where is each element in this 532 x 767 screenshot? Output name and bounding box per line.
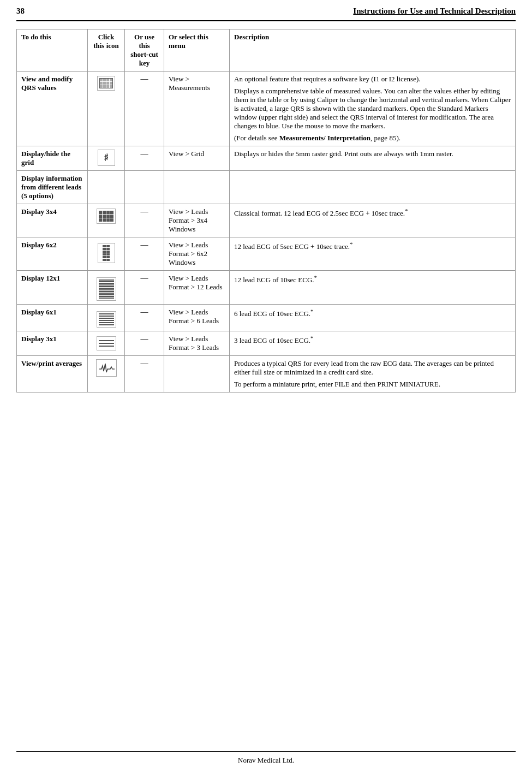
- row-icon-leads-info: [88, 171, 125, 204]
- table-row: Display 3x1 — View > Leads Format > 3 Le…: [17, 331, 516, 356]
- 6x1-lines: [99, 313, 114, 325]
- table-row: Display 3x4 — View > Leads Format > 3x4 …: [17, 204, 516, 237]
- 3x4-icon: [97, 209, 116, 224]
- main-table: To do this Click this icon Or use this s…: [16, 29, 516, 393]
- row-shortcut-grid: —: [125, 146, 164, 171]
- 3x1-icon: [97, 336, 116, 350]
- table-header-row: To do this Click this icon Or use this s…: [17, 29, 516, 72]
- table-row: Display/hide the grid ♯ — View > Grid Di…: [17, 146, 516, 171]
- row-icon-3x4: [88, 204, 125, 237]
- row-desc-12x1: 12 lead ECG of 10sec ECG.*: [230, 271, 516, 305]
- row-menu-view-qrs: View > Measurements: [164, 72, 230, 146]
- row-desc-6x1: 6 lead ECG of 10sec ECG.*: [230, 305, 516, 331]
- col-header-shortcut: Or use this short-cut key: [125, 29, 164, 72]
- table-icon: [97, 76, 115, 91]
- col-header-todo: To do this: [17, 29, 88, 72]
- row-shortcut-averages: —: [125, 356, 164, 393]
- row-shortcut-3x4: —: [125, 204, 164, 237]
- page-header: 38 Instructions for Use and Technical De…: [16, 0, 516, 21]
- row-icon-grid: ♯: [88, 146, 125, 171]
- row-icon-3x1: [88, 331, 125, 356]
- row-menu-3x1: View > Leads Format > 3 Leads: [164, 331, 230, 356]
- row-menu-3x4: View > Leads Format > 3x4 Windows: [164, 204, 230, 237]
- col-header-menu: Or select this menu: [164, 29, 230, 72]
- 12x1-icon: [97, 277, 116, 301]
- row-desc-view-qrs: An optional feature that requires a soft…: [230, 72, 516, 146]
- row-shortcut-6x2: —: [125, 237, 164, 271]
- row-todo-12x1: Display 12x1: [17, 271, 88, 305]
- row-desc-leads-info: [230, 171, 516, 204]
- row-shortcut-view-qrs: —: [125, 72, 164, 146]
- 3x1-lines: [99, 340, 114, 347]
- row-todo-6x2: Display 6x2: [17, 237, 88, 271]
- row-todo-view-qrs: View and modify QRS values: [17, 72, 88, 146]
- row-todo-averages: View/print averages: [17, 356, 88, 393]
- row-shortcut-3x1: —: [125, 331, 164, 356]
- 3x4-grid: [99, 211, 113, 222]
- row-icon-12x1: [88, 271, 125, 305]
- footer-text: Norav Medical Ltd.: [238, 756, 294, 764]
- page-footer: Norav Medical Ltd.: [16, 751, 516, 767]
- row-desc-grid: Displays or hides the 5mm raster grid. P…: [230, 146, 516, 171]
- row-desc-3x4: Classical format. 12 lead ECG of 2.5sec …: [230, 204, 516, 237]
- row-menu-6x2: View > Leads Format > 6x2 Windows: [164, 237, 230, 271]
- avg-icon: [96, 359, 117, 377]
- row-menu-leads-info: [164, 171, 230, 204]
- row-menu-averages: [164, 356, 230, 393]
- row-desc-3x1: 3 lead ECG of 10sec ECG.*: [230, 331, 516, 356]
- col-header-desc: Description: [230, 29, 516, 72]
- 6x1-icon: [97, 311, 116, 328]
- row-shortcut-leads-info: [125, 171, 164, 204]
- avg-wave-svg: [98, 361, 115, 374]
- 6x2-icon: [98, 243, 115, 263]
- table-row: View and modify QRS values — View > Meas…: [17, 72, 516, 146]
- row-shortcut-12x1: —: [125, 271, 164, 305]
- row-menu-6x1: View > Leads Format > 6 Leads: [164, 305, 230, 331]
- table-row: Display 6x1 — View > Leads Format > 6 Le…: [17, 305, 516, 331]
- page-title: Instructions for Use and Technical Descr…: [353, 7, 516, 16]
- row-shortcut-6x1: —: [125, 305, 164, 331]
- row-menu-grid: View > Grid: [164, 146, 230, 171]
- col-header-icon: Click this icon: [88, 29, 125, 72]
- row-menu-12x1: View > Leads Format > 12 Leads: [164, 271, 230, 305]
- table-row: Display 12x1 — View > Leads Format > 12 …: [17, 271, 516, 305]
- row-todo-grid: Display/hide the grid: [17, 146, 88, 171]
- table-row: Display 6x2 —: [17, 237, 516, 271]
- grid-icon: ♯: [98, 150, 115, 166]
- row-todo-6x1: Display 6x1: [17, 305, 88, 331]
- 6x2-grid: [103, 245, 110, 261]
- 12x1-lines: [99, 280, 114, 299]
- row-icon-6x1: [88, 305, 125, 331]
- table-row: View/print averages — Produces a typical…: [17, 356, 516, 393]
- row-icon-averages: [88, 356, 125, 393]
- row-icon-view-qrs: [88, 72, 125, 146]
- row-todo-leads-info: Display information from different leads…: [17, 171, 88, 204]
- row-desc-averages: Produces a typical QRS for every lead fr…: [230, 356, 516, 393]
- row-todo-3x1: Display 3x1: [17, 331, 88, 356]
- row-todo-3x4: Display 3x4: [17, 204, 88, 237]
- row-desc-6x2: 12 lead ECG of 5sec ECG + 10sec trace.*: [230, 237, 516, 271]
- row-icon-6x2: [88, 237, 125, 271]
- table-row: Display information from different leads…: [17, 171, 516, 204]
- table-icon-grid: [99, 78, 113, 88]
- page-number: 38: [16, 7, 25, 16]
